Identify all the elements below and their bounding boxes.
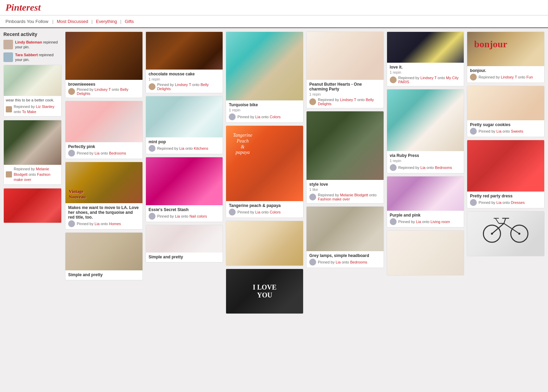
pin-meta-teal: Repinned by Lia onto Bedrooms [390, 164, 461, 171]
pin-card-cookies[interactable]: Pretty sugar cookies Pinned by Lia onto … [467, 86, 545, 137]
nav-link-gifts[interactable]: Gifts [125, 19, 134, 24]
pin-meta-text-essie: Pinned by Lia onto Nail colors [157, 214, 207, 218]
pin-title-teal: via Ruby Press [390, 153, 461, 158]
sidebar-pin-img-3 [4, 188, 61, 223]
pin-meta-love-it: Repinned by Lindsey T onto My City PARIS [390, 76, 461, 84]
nav-link-most-discussed[interactable]: Most Discussed [57, 19, 88, 24]
pin-avatar-cookies [470, 128, 477, 135]
activity-user-1[interactable]: Lindy Bateman [15, 40, 42, 44]
pin-card-style-love[interactable]: style love 1 like Repinned by Melanie Bl… [306, 111, 384, 204]
nav-link-everything[interactable]: Everything [96, 19, 117, 24]
sidebar-pin-info-2: Repinned by Melanie Blodgett onto Fashio… [4, 165, 61, 184]
nav-sep-3: | [120, 19, 121, 24]
pin-img-tattoo [65, 233, 142, 270]
bike-sketch-svg [467, 211, 544, 246]
logo[interactable]: Pinterest [5, 2, 41, 13]
pin-avatar-tangerine [229, 209, 236, 216]
sidebar-pin-avatar-2 [6, 171, 12, 177]
pin-avatar-purple [390, 218, 397, 225]
activity-text-1: Lindy Bateman repinned your pin. [15, 40, 62, 50]
sidebar-pin-avatar-1 [6, 106, 12, 112]
pin-card-grey-lamps[interactable]: Grey lamps, simple headboard Pinned by L… [306, 206, 384, 268]
pin-meta-tangerine: Pinned by Lia onto Colors [229, 209, 300, 216]
pin-card-body-pb: Peanut Butter Hearts - One charming Part… [307, 80, 384, 108]
pin-card-body-purple: Purple and pink Pinned by Lia onto Livin… [387, 211, 464, 227]
pin-img-bike [226, 32, 303, 100]
pin-card-pb-hearts[interactable]: Peanut Butter Hearts - One charming Part… [306, 32, 384, 108]
pin-card-body-cookies: Pretty sugar cookies Pinned by Lia onto … [467, 120, 544, 137]
pin-meta-style: Repinned by Melanie Blodgett onto Fashio… [309, 193, 381, 201]
pin-card-teal-bedroom[interactable]: via Ruby Press 1 repin Repinned by Lia o… [387, 89, 464, 173]
pin-repins-teal: 1 repin [390, 159, 461, 163]
pin-meta-text-brownies: Pinned by Lindsey T onto Belly Delights [77, 87, 140, 96]
sidebar-pin-img-1 [4, 65, 61, 96]
pin-title-love-it: love it. [390, 65, 461, 70]
activity-user-2[interactable]: Tara Sabbert [15, 53, 38, 57]
pin-card-body-brownies: brownieeeees Pinned by Lindsey T onto Be… [65, 80, 142, 98]
svg-line-6 [504, 218, 506, 223]
pin-column-5: love it. 1 repin Repinned by Lindsey T o… [387, 32, 464, 275]
pin-img-choc-cake [146, 32, 223, 70]
activity-text-2: Tara Sabbert repinned your pin. [15, 52, 62, 62]
pin-repins-pb: 1 repin [309, 92, 381, 96]
pin-meta-text-pb: Repinned by Lindsey T onto Belly Delight… [318, 98, 381, 106]
pin-card-pink-bedroom[interactable]: Perfectly pink Pinned by Lia onto Bedroo… [65, 101, 143, 159]
pin-card-body-tattoo: Simple and pretty [65, 270, 142, 280]
pin-column-6: bonjour bonjour. Repinned by Lindsey T o… [467, 32, 545, 256]
pin-meta-text-bonjour: Repinned by Lindsey T onto Fun [478, 75, 533, 79]
pin-card-frames[interactable] [226, 221, 303, 266]
pin-title-mint: mint pop [149, 139, 220, 144]
pin-card-mint[interactable]: mint pop Repinned by Lia onto Kitchens [146, 96, 223, 154]
pin-img-tangerine: TangerinePeach&papaya [226, 126, 303, 201]
pin-card-vintage[interactable]: VintageNouveau Makes me want to move to … [65, 162, 143, 230]
nav-bar: Pinboards You Follow | Most Discussed | … [0, 15, 548, 28]
pin-repins-choc: 1 repin [149, 77, 220, 81]
pin-card-brownies[interactable]: brownieeeees Pinned by Lindsey T onto Be… [65, 32, 143, 98]
recent-activity-title: Recent activity [3, 32, 62, 37]
pin-avatar-grey [309, 259, 316, 266]
pin-card-body-grey: Grey lamps, simple headboard Pinned by L… [307, 251, 384, 268]
pin-meta-text-pink: Pinned by Lia onto Bedrooms [77, 151, 126, 155]
sidebar-pin-2[interactable]: Repinned by Melanie Blodgett onto Fashio… [3, 120, 62, 184]
pin-img-bonjour: bonjour [467, 32, 544, 66]
pin-meta-choc: Pinned by Lindsey T onto Belly Delights [149, 83, 220, 91]
pin-card-love-it[interactable]: love it. 1 repin Repinned by Lindsey T o… [387, 32, 464, 86]
pin-img-love-you: I LOVEYOU [226, 269, 303, 314]
pin-avatar-bonjour [470, 74, 477, 81]
pin-card-bike-sketch[interactable] [467, 211, 545, 256]
pin-card-purple-pink[interactable]: Purple and pink Pinned by Lia onto Livin… [387, 176, 464, 228]
pin-img-purple-pink [387, 176, 464, 211]
pin-meta-text-choc: Pinned by Lindsey T onto Belly Delights [157, 83, 220, 91]
pin-card-body-bike: Turquoise bike 1 repin Pinned by Lia ont… [226, 100, 303, 122]
pin-card-body-bonjour: bonjour. Repinned by Lindsey T onto Fun [467, 66, 544, 83]
pin-avatar-essie [149, 213, 155, 220]
pin-meta-pb: Repinned by Lindsey T onto Belly Delight… [309, 98, 381, 106]
pin-card-love-you[interactable]: I LOVEYOU [226, 269, 303, 314]
pin-card-choc-cake[interactable]: chocolate mousse cake 1 repin Pinned by … [146, 32, 223, 93]
pin-meta-text-teal: Repinned by Lia onto Bedrooms [398, 166, 452, 170]
pin-card-essie[interactable]: Essie's Secret Stash Pinned by Lia onto … [146, 157, 223, 222]
pin-card-body-vintage: Makes me want to move to LA. Love her sh… [65, 203, 142, 229]
pin-card-red-dress[interactable]: Pretty red party dress Pinned by Lia ont… [467, 140, 545, 208]
pin-img-brownies [65, 32, 142, 80]
pin-img-cookies [467, 86, 544, 120]
pin-title-cookies: Pretty sugar cookies [470, 122, 541, 127]
pin-title-vintage: Makes me want to move to LA. Love her sh… [68, 205, 140, 220]
pin-card-necklace[interactable]: Simple and pretty [146, 225, 223, 262]
pin-card-tangerine[interactable]: TangerinePeach&papaya Tangerine peach & … [226, 125, 303, 218]
pin-card-bonjour[interactable]: bonjour bonjour. Repinned by Lindsey T o… [467, 32, 545, 83]
pin-card-bike[interactable]: Turquoise bike 1 repin Pinned by Lia ont… [226, 32, 303, 123]
sidebar-pin-meta-2: Repinned by Melanie Blodgett onto Fashio… [6, 167, 59, 182]
sidebar-pin-3[interactable] [3, 188, 62, 223]
pin-meta-cookies: Pinned by Lia onto Sweets [470, 128, 541, 135]
svg-line-10 [496, 218, 499, 223]
pin-meta-text-grey: Pinned by Lia onto Bedrooms [318, 260, 367, 264]
pin-meta-text-vintage: Pinned by Lia onto Homes [77, 222, 121, 226]
pin-card-tattoo[interactable]: Simple and pretty [65, 232, 143, 280]
pin-title-style: style love [309, 182, 381, 187]
pin-meta-text-love-it: Repinned by Lindsey T onto My City PARIS [398, 76, 461, 84]
pin-card-curtain[interactable] [387, 230, 464, 275]
sidebar-pin-1[interactable]: wear this to be a better cook. Repinned … [3, 65, 62, 117]
pin-repins-style: 1 like [309, 187, 381, 192]
pin-avatar-vintage [68, 220, 75, 227]
